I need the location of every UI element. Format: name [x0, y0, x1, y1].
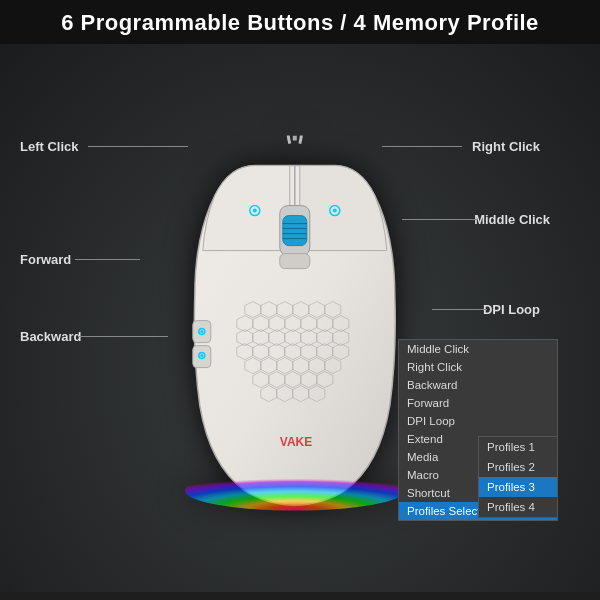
svg-point-18	[185, 471, 405, 511]
svg-point-13	[200, 330, 203, 333]
menu-item-label: DPI Loop	[407, 415, 455, 427]
middle-click-line	[402, 219, 477, 220]
profile-item-0[interactable]: Profiles 1	[479, 437, 557, 457]
menu-item-1[interactable]: Right Click	[399, 358, 557, 376]
forward-label: Forward	[20, 252, 71, 267]
profile-item-2[interactable]: Profiles 3	[479, 477, 557, 497]
menu-item-4[interactable]: DPI Loop	[399, 412, 557, 430]
left-click-label: Left Click	[20, 139, 79, 154]
menu-item-label: Right Click	[407, 361, 462, 373]
svg-text:VAKE: VAKE	[280, 435, 312, 449]
menu-item-3[interactable]: Forward	[399, 394, 557, 412]
backward-label: Backward	[20, 329, 81, 344]
mouse-image: VAKE	[165, 136, 425, 516]
menu-item-label: Media	[407, 451, 438, 463]
profile-item-3[interactable]: Profiles 4	[479, 497, 557, 517]
right-click-line	[382, 146, 462, 147]
svg-point-16	[200, 354, 203, 357]
profiles-submenu: Profiles 1Profiles 2Profiles 3Profiles 4	[478, 436, 558, 518]
svg-point-10	[333, 209, 337, 213]
left-click-line	[88, 146, 188, 147]
menu-item-0[interactable]: Middle Click	[399, 340, 557, 358]
content-area: VAKE Left Click Right Click Middle Click…	[0, 44, 600, 592]
menu-item-2[interactable]: Backward	[399, 376, 557, 394]
middle-click-label: Middle Click	[474, 212, 550, 227]
menu-item-label: Shortcut	[407, 487, 450, 499]
menu-item-label: Macro	[407, 469, 439, 481]
dpi-loop-line	[432, 309, 487, 310]
dpi-loop-label: DPI Loop	[483, 302, 540, 317]
menu-item-label: Extend	[407, 433, 443, 445]
svg-rect-2	[283, 216, 307, 246]
menu-item-label: Middle Click	[407, 343, 469, 355]
svg-rect-17	[280, 254, 310, 269]
backward-line	[78, 336, 168, 337]
menu-item-label: Forward	[407, 397, 449, 409]
page-title: 6 Programmable Buttons / 4 Memory Profil…	[0, 10, 600, 36]
menu-item-label: Backward	[407, 379, 458, 391]
profile-item-1[interactable]: Profiles 2	[479, 457, 557, 477]
title-bar: 6 Programmable Buttons / 4 Memory Profil…	[0, 0, 600, 44]
svg-point-8	[253, 209, 257, 213]
forward-line	[75, 259, 140, 260]
main-container: 6 Programmable Buttons / 4 Memory Profil…	[0, 0, 600, 600]
right-click-label: Right Click	[472, 139, 540, 154]
